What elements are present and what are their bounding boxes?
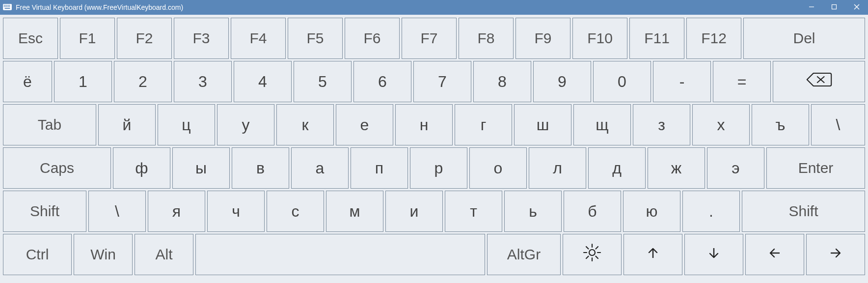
key-label: 8	[498, 73, 507, 91]
key-space[interactable]	[195, 234, 485, 275]
svg-rect-4	[8, 5, 9, 6]
key-c[interactable]: с	[267, 191, 324, 232]
key-comma[interactable]: б	[564, 191, 621, 232]
key-arrow-up[interactable]	[624, 234, 682, 275]
maximize-button[interactable]	[823, 0, 845, 15]
key-semicolon[interactable]: ж	[648, 147, 705, 189]
key-n[interactable]: т	[445, 191, 502, 232]
key-f[interactable]: а	[291, 147, 349, 189]
key-f8[interactable]: F8	[459, 18, 514, 59]
key-z[interactable]: я	[148, 191, 205, 232]
key-f10[interactable]: F10	[572, 18, 627, 59]
key-h[interactable]: р	[410, 147, 467, 189]
key-1[interactable]: 1	[54, 61, 112, 102]
key-label: р	[434, 159, 443, 177]
key-label: е	[360, 116, 369, 134]
key-label: 2	[138, 73, 147, 91]
key-m[interactable]: ь	[504, 191, 562, 232]
key-arrow-down[interactable]	[684, 234, 743, 275]
svg-rect-11	[5, 8, 10, 9]
key-label: 0	[618, 73, 626, 91]
key-bracket-open[interactable]: х	[692, 104, 750, 145]
key-alt[interactable]: Alt	[135, 234, 193, 275]
key-6[interactable]: 6	[353, 61, 411, 102]
keyboard: Esc F1 F2 F3 F4 F5 F6 F7 F8 F9 F10 F11 F…	[0, 15, 868, 278]
key-4[interactable]: 4	[234, 61, 292, 102]
key-label: Del	[793, 30, 815, 47]
svg-line-24	[596, 256, 598, 259]
key-del[interactable]: Del	[743, 18, 865, 59]
key-caps[interactable]: Caps	[3, 147, 111, 189]
key-b[interactable]: и	[385, 191, 443, 232]
key-iso-backslash[interactable]: \	[88, 191, 146, 232]
minimize-button[interactable]	[800, 0, 823, 15]
key-u[interactable]: г	[455, 104, 512, 145]
key-bracket-close[interactable]: ъ	[752, 104, 809, 145]
key-o[interactable]: щ	[573, 104, 631, 145]
key-f9[interactable]: F9	[515, 18, 570, 59]
key-ctrl[interactable]: Ctrl	[3, 234, 72, 275]
key-5[interactable]: 5	[294, 61, 352, 102]
key-g[interactable]: п	[351, 147, 408, 189]
key-backslash[interactable]: \	[811, 104, 865, 145]
key-f1[interactable]: F1	[60, 18, 115, 59]
key-label: ц	[182, 116, 190, 134]
key-f7[interactable]: F7	[402, 18, 457, 59]
key-f12[interactable]: F12	[686, 18, 741, 59]
key-minus[interactable]: -	[653, 61, 711, 102]
key-backspace[interactable]	[773, 61, 865, 102]
key-p[interactable]: з	[633, 104, 690, 145]
key-settings[interactable]	[563, 234, 622, 275]
key-9[interactable]: 9	[533, 61, 591, 102]
key-t[interactable]: е	[336, 104, 393, 145]
key-quote[interactable]: э	[707, 147, 764, 189]
key-q[interactable]: й	[98, 104, 156, 145]
key-arrow-left[interactable]	[745, 234, 804, 275]
key-k[interactable]: л	[529, 147, 586, 189]
key-enter[interactable]: Enter	[766, 147, 865, 189]
key-left-shift[interactable]: Shift	[3, 191, 86, 232]
key-f3[interactable]: F3	[174, 18, 229, 59]
key-l[interactable]: д	[588, 147, 646, 189]
key-d[interactable]: в	[232, 147, 289, 189]
key-f6[interactable]: F6	[345, 18, 400, 59]
key-y[interactable]: н	[395, 104, 453, 145]
svg-line-26	[586, 256, 589, 259]
key-2[interactable]: 2	[114, 61, 172, 102]
key-e[interactable]: у	[217, 104, 274, 145]
key-label: 5	[318, 73, 327, 91]
key-label: ж	[671, 159, 681, 177]
key-altgr[interactable]: AltGr	[487, 234, 561, 275]
key-f11[interactable]: F11	[629, 18, 684, 59]
close-button[interactable]	[845, 0, 868, 15]
key-equals[interactable]: =	[713, 61, 771, 102]
key-0[interactable]: 0	[593, 61, 651, 102]
key-tab[interactable]: Tab	[3, 104, 96, 145]
key-esc[interactable]: Esc	[3, 18, 58, 59]
key-f5[interactable]: F5	[288, 18, 343, 59]
row-home-letters: Caps ф ы в а п р о л д ж э Enter	[3, 147, 865, 189]
key-label: т	[470, 202, 477, 221]
key-i[interactable]: ш	[514, 104, 571, 145]
key-8[interactable]: 8	[473, 61, 531, 102]
key-arrow-right[interactable]	[806, 234, 865, 275]
key-right-shift[interactable]: Shift	[742, 191, 865, 232]
key-f2[interactable]: F2	[117, 18, 172, 59]
key-a[interactable]: ф	[113, 147, 170, 189]
key-label: 9	[558, 73, 567, 91]
key-3[interactable]: 3	[174, 61, 232, 102]
key-7[interactable]: 7	[413, 61, 471, 102]
key-win[interactable]: Win	[74, 234, 133, 275]
key-f4[interactable]: F4	[231, 18, 286, 59]
key-period[interactable]: ю	[623, 191, 680, 232]
key-slash[interactable]: .	[682, 191, 740, 232]
key-label: F3	[192, 30, 210, 47]
key-j[interactable]: о	[469, 147, 527, 189]
key-w[interactable]: ц	[158, 104, 215, 145]
key-s[interactable]: ы	[172, 147, 230, 189]
key-label: п	[375, 159, 383, 177]
key-r[interactable]: к	[276, 104, 334, 145]
key-x[interactable]: ч	[207, 191, 265, 232]
key-yo[interactable]: ё	[3, 61, 52, 102]
key-v[interactable]: м	[326, 191, 383, 232]
